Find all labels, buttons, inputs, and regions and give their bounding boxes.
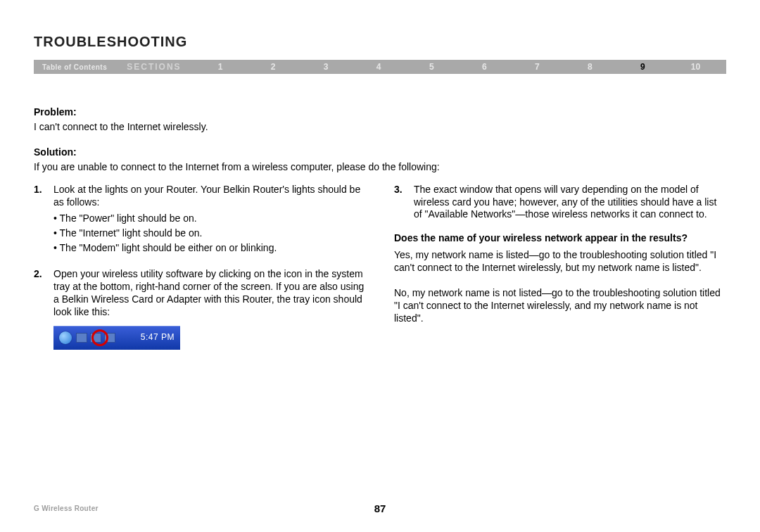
nav-section-2[interactable]: 2 <box>247 62 300 72</box>
problem-text: I can't connect to the Internet wireless… <box>34 121 726 134</box>
question-heading: Does the name of your wireless network a… <box>394 232 726 245</box>
nav-section-1[interactable]: 1 <box>194 62 247 72</box>
tray-network-icon <box>76 333 87 343</box>
system-tray-image: 5:47 PM <box>53 326 180 350</box>
right-column: 3. The exact window that opens will vary… <box>394 184 726 361</box>
nav-section-7[interactable]: 7 <box>511 62 564 72</box>
nav-section-10[interactable]: 10 <box>669 62 722 72</box>
problem-label: Problem: <box>34 106 726 119</box>
content-area: Problem: I can't connect to the Internet… <box>34 106 726 361</box>
step-1-number: 1. <box>34 184 53 258</box>
step-3-text: The exact window that opens will vary de… <box>414 184 726 222</box>
step-1-text: Look at the lights on your Router. Your … <box>53 184 360 208</box>
nav-section-3[interactable]: 3 <box>300 62 353 72</box>
step-2-text: Open your wireless utility software by c… <box>53 268 364 317</box>
nav-section-9[interactable]: 9 <box>616 62 669 72</box>
answer-yes: Yes, my network name is listed—go to the… <box>394 249 726 274</box>
step-1-bullet-2: The "Internet" light should be on. <box>53 227 366 240</box>
nav-sections-label: SECTIONS <box>114 62 194 72</box>
footer-product-name: G Wireless Router <box>34 505 99 512</box>
nav-section-5[interactable]: 5 <box>405 62 458 72</box>
page-title: TROUBLESHOOTING <box>34 34 726 50</box>
solution-label: Solution: <box>34 146 726 159</box>
step-3: 3. The exact window that opens will vary… <box>394 184 726 222</box>
nav-section-6[interactable]: 6 <box>458 62 511 72</box>
tray-highlight-circle <box>91 329 108 346</box>
section-navbar: Table of Contents SECTIONS 1 2 3 4 5 6 7… <box>34 60 726 74</box>
nav-toc-link[interactable]: Table of Contents <box>38 63 114 71</box>
page-footer: G Wireless Router 87 <box>34 505 726 512</box>
step-2: 2. Open your wireless utility software b… <box>34 268 366 350</box>
step-1-bullet-3: The "Modem" light should be either on or… <box>53 242 366 255</box>
left-column: 1. Look at the lights on your Router. Yo… <box>34 184 366 361</box>
step-3-number: 3. <box>394 184 414 222</box>
tray-clock: 5:47 PM <box>141 332 175 343</box>
answer-no: No, my network name is not listed—go to … <box>394 287 726 325</box>
step-2-number: 2. <box>34 268 53 350</box>
step-1-bullet-1: The "Power" light should be on. <box>53 213 366 225</box>
step-1: 1. Look at the lights on your Router. Yo… <box>34 184 366 258</box>
tray-start-icon <box>59 331 72 344</box>
nav-section-4[interactable]: 4 <box>353 62 405 72</box>
solution-intro: If you are unable to connect to the Inte… <box>34 161 726 174</box>
nav-section-8[interactable]: 8 <box>564 62 616 72</box>
footer-page-number: 87 <box>374 502 386 514</box>
